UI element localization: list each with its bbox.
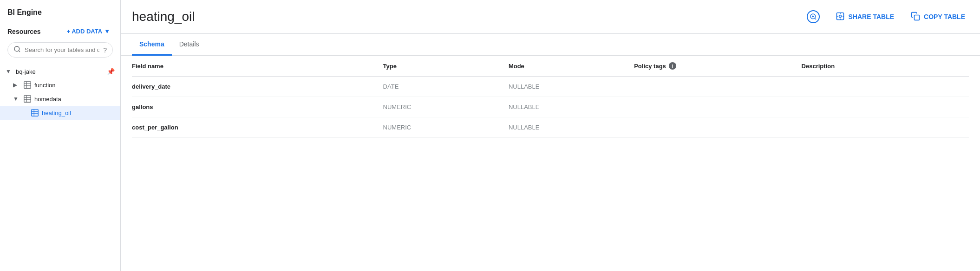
pin-icon: 📌: [107, 68, 115, 75]
desc-delivery-date: [802, 77, 969, 97]
search-input[interactable]: [25, 46, 99, 53]
type-gallons: NUMERIC: [383, 97, 509, 117]
svg-line-15: [815, 18, 816, 19]
header: heating_oil: [121, 0, 980, 34]
function-label: function: [34, 82, 115, 89]
sidebar: BI Engine Resources + ADD DATA ▼ ? ▼ bq-…: [0, 0, 121, 271]
table-title: heating_oil: [132, 9, 797, 24]
tab-details[interactable]: Details: [172, 34, 207, 56]
svg-rect-2: [24, 82, 31, 88]
col-header-field-name: Field name: [132, 56, 383, 77]
col-header-description: Description: [802, 56, 969, 77]
policy-cost-per-gallon: [634, 117, 801, 138]
homedata-label: homedata: [34, 96, 115, 103]
field-name-gallons: gallons: [132, 97, 383, 117]
resources-row: Resources + ADD DATA ▼: [0, 22, 120, 40]
tab-schema[interactable]: Schema: [132, 34, 172, 56]
chevron-down-icon: ▼: [6, 68, 13, 75]
svg-line-1: [19, 51, 20, 52]
type-delivery-date: DATE: [383, 77, 509, 97]
query-button[interactable]: [804, 7, 823, 26]
svg-rect-20: [915, 15, 920, 20]
copy-table-label: COPY TABLE: [924, 13, 965, 20]
table-icon: [31, 109, 39, 117]
field-name-delivery-date: delivery_date: [132, 77, 383, 97]
app-title: BI Engine: [0, 0, 120, 22]
svg-point-0: [14, 46, 20, 52]
desc-gallons: [802, 97, 969, 117]
help-icon[interactable]: ?: [103, 46, 107, 54]
col-header-policy-tags: Policy tags i: [634, 56, 801, 77]
type-cost-per-gallon: NUMERIC: [383, 117, 509, 138]
chevron-right-icon: ▶: [13, 82, 20, 88]
svg-rect-6: [24, 96, 31, 102]
add-data-button[interactable]: + ADD DATA ▼: [64, 26, 113, 37]
tree: ▼ bq-jake 📌 ▶ function ▼ homeda: [0, 63, 120, 271]
dataset-icon: [23, 95, 32, 103]
header-actions: SHARE TABLE COPY TABLE: [804, 7, 969, 26]
tree-dataset-function[interactable]: ▶ function: [0, 78, 120, 92]
heating-oil-label: heating_oil: [42, 110, 115, 116]
share-icon: [836, 12, 845, 22]
main-content: heating_oil: [121, 0, 980, 271]
copy-table-button[interactable]: COPY TABLE: [907, 9, 969, 25]
chevron-down-icon: ▼: [104, 28, 110, 35]
tree-table-heating-oil[interactable]: ▶ heating_oil: [0, 106, 120, 120]
schema-table-container: Field name Type Mode Policy tags i: [121, 56, 980, 271]
schema-table: Field name Type Mode Policy tags i: [132, 56, 969, 138]
project-label: bq-jake: [16, 68, 104, 75]
share-table-label: SHARE TABLE: [849, 13, 895, 20]
svg-point-19: [839, 15, 841, 17]
search-bar: ?: [7, 42, 113, 58]
mode-cost-per-gallon: NULLABLE: [509, 117, 634, 138]
tree-project-bq-jake[interactable]: ▼ bq-jake 📌: [0, 65, 120, 78]
mode-gallons: NULLABLE: [509, 97, 634, 117]
dataset-icon: [23, 81, 32, 89]
col-header-type: Type: [383, 56, 509, 77]
policy-tags-info-icon[interactable]: i: [669, 62, 676, 70]
query-icon: [807, 10, 820, 23]
share-table-button[interactable]: SHARE TABLE: [832, 9, 898, 25]
desc-cost-per-gallon: [802, 117, 969, 138]
table-row: gallons NUMERIC NULLABLE: [132, 97, 969, 117]
col-header-mode: Mode: [509, 56, 634, 77]
policy-delivery-date: [634, 77, 801, 97]
table-row: delivery_date DATE NULLABLE: [132, 77, 969, 97]
table-row: cost_per_gallon NUMERIC NULLABLE: [132, 117, 969, 138]
policy-gallons: [634, 97, 801, 117]
svg-rect-10: [32, 110, 38, 116]
chevron-down-icon: ▼: [13, 96, 20, 102]
search-icon: [13, 45, 21, 54]
resources-label: Resources: [7, 28, 41, 35]
copy-icon: [911, 12, 920, 22]
tabs: Schema Details: [121, 34, 980, 56]
field-name-cost-per-gallon: cost_per_gallon: [132, 117, 383, 138]
add-data-label: + ADD DATA: [66, 28, 102, 35]
tree-dataset-homedata[interactable]: ▼ homedata: [0, 92, 120, 106]
mode-delivery-date: NULLABLE: [509, 77, 634, 97]
